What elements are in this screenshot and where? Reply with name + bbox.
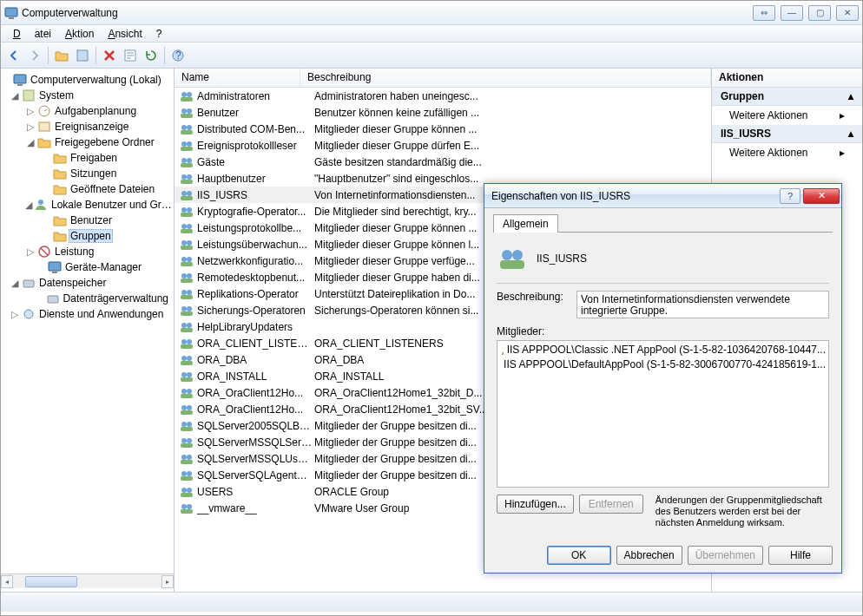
maximize-button[interactable]: ▢ [808,5,831,21]
group-icon [180,238,194,252]
tab-allgemein[interactable]: Allgemein [493,214,558,233]
properties-button[interactable] [73,46,92,65]
member-row[interactable]: IIS APPPOOL\Classic .NET AppPool (S-1-5-… [498,342,827,357]
minimize-button[interactable]: ― [781,5,803,21]
properties-dialog: Eigenschaften von IIS_IUSRS ? ✕ Allgemei… [484,183,842,573]
row-name: Leistungsüberwachun... [197,239,313,251]
row-name: Hauptbenutzer [197,173,313,185]
tree-diskmgmt[interactable]: Datenträgerverwaltung [62,292,170,305]
tree-sharedfolders[interactable]: Freigegebene Ordner [53,135,156,149]
group-icon [180,403,194,416]
export-button[interactable] [121,46,140,65]
tree-users[interactable]: Benutzer [69,213,114,227]
group-icon [180,89,194,103]
tree-performance[interactable]: Leistung [53,245,96,259]
svg-rect-14 [23,280,34,287]
tree-groups[interactable]: Gruppen [69,229,113,243]
tree-scrollbar[interactable]: ◂▸ [1,573,174,588]
tree-root[interactable]: Computerverwaltung (Lokal) [29,73,163,87]
row-name: SQLServer2005SQLBro... [197,420,313,432]
group-icon [180,370,194,383]
row-name: __vmware__ [197,502,313,514]
forward-button[interactable] [25,46,44,65]
delete-button[interactable] [100,46,119,65]
row-name: SQLServerSQLAgentU... [197,469,313,482]
tree-shares[interactable]: Freigaben [69,151,119,165]
ok-button[interactable]: OK [547,546,611,565]
add-button[interactable]: Hinzufügen... [497,495,574,514]
dialog-titlebar[interactable]: Eigenschaften von IIS_IUSRS ? ✕ [484,184,841,208]
group-icon [180,172,194,186]
up-button[interactable] [52,46,71,65]
navigation-tree[interactable]: Computerverwaltung (Lokal) ◢System ▷Aufg… [1,69,175,592]
menu-action[interactable]: Aktion [58,26,101,42]
group-icon [180,254,194,268]
user-icon [500,343,504,357]
row-name: Remotedesktopbenut... [197,272,313,284]
svg-rect-15 [48,296,58,303]
window-titlebar: Computerverwaltung ⇔ ― ▢ ✕ [1,1,862,25]
computer-icon [13,73,27,87]
actions-more-2[interactable]: Weitere Aktionen▸ [712,143,862,162]
members-list[interactable]: IIS APPPOOL\Classic .NET AppPool (S-1-5-… [497,340,829,488]
tree-services[interactable]: Dienste und Anwendungen [37,307,165,321]
row-desc: Mitglieder dieser Gruppe dürfen E... [313,140,711,152]
member-name: IIS APPPOOL\DefaultAppPool (S-1-5-82-300… [504,358,826,370]
tree-system[interactable]: System [37,88,76,102]
row-name: ORA_DBA [197,354,313,366]
group-icon [180,419,194,433]
tree-sessions[interactable]: Sitzungen [69,167,118,180]
row-name: Sicherungs-Operatoren [197,305,313,317]
actions-group-iis[interactable]: IIS_IUSRS▴ [712,125,862,143]
member-name: IIS APPPOOL\Classic .NET AppPool (S-1-5-… [507,344,826,356]
row-name: Leistungsprotokollbe... [197,222,313,234]
collapse-icon: ▴ [848,128,853,140]
row-name: Distributed COM-Ben... [197,123,313,135]
group-icon [180,485,194,499]
desc-field[interactable]: Von Internetinformationsdiensten verwend… [576,291,829,318]
cancel-button[interactable]: Abbrechen [616,546,682,565]
list-row[interactable]: GästeGäste besitzen standardmäßig die... [175,154,711,170]
back-button[interactable] [4,46,23,65]
tree-taskscheduler[interactable]: Aufgabenplanung [53,104,138,118]
tree-openfiles[interactable]: Geöffnete Dateien [69,182,156,196]
window-title: Computerverwaltung [22,7,753,19]
svg-text:?: ? [175,49,181,62]
row-name: Administratoren [197,90,313,102]
dialog-help-button2[interactable]: Hilfe [768,546,833,565]
menu-view[interactable]: Ansicht [101,26,148,42]
actions-group-gruppen[interactable]: Gruppen▴ [712,88,862,106]
menu-file[interactable]: Datei [6,26,58,42]
menubar: Datei Aktion Ansicht ? [1,25,862,43]
dialog-group-name: IIS_IUSRS [537,252,587,265]
tree-devmgr[interactable]: Geräte-Manager [63,260,143,274]
help-button[interactable]: ? [168,46,188,65]
list-row[interactable]: AdministratorenAdministratoren haben une… [175,88,711,104]
expand-icon[interactable]: ◢ [10,90,20,102]
menu-help[interactable]: ? [149,26,169,42]
app-icon [4,6,18,20]
close-button[interactable]: ✕ [836,5,859,21]
group-icon [180,436,194,449]
group-icon [180,469,194,482]
dialog-close-button[interactable]: ✕ [803,188,840,204]
actions-more-1[interactable]: Weitere Aktionen▸ [712,106,862,125]
group-icon [180,353,194,367]
tree-eventviewer[interactable]: Ereignisanzeige [53,120,130,134]
group-icon [180,501,194,515]
refresh-button[interactable] [142,46,161,65]
tree-storage[interactable]: Datenspeicher [37,276,108,290]
list-row[interactable]: BenutzerBenutzer können keine zufälligen… [175,104,711,121]
group-icon [180,337,194,351]
list-row[interactable]: EreignisprotokollleserMitglieder dieser … [175,137,711,154]
dialog-help-button[interactable]: ? [780,188,800,204]
column-name[interactable]: Name [175,69,300,87]
member-row[interactable]: IIS APPPOOL\DefaultAppPool (S-1-5-82-300… [498,357,827,371]
desc-label: Beschreibung: [497,291,566,318]
nav-prev-button[interactable]: ⇔ [753,5,775,21]
tree-localusers[interactable]: Lokale Benutzer und Gr… [49,198,174,212]
group-icon [180,386,194,400]
column-desc[interactable]: Beschreibung [300,69,711,87]
list-row[interactable]: Distributed COM-Ben...Mitglieder dieser … [175,121,711,137]
group-icon [180,221,194,235]
